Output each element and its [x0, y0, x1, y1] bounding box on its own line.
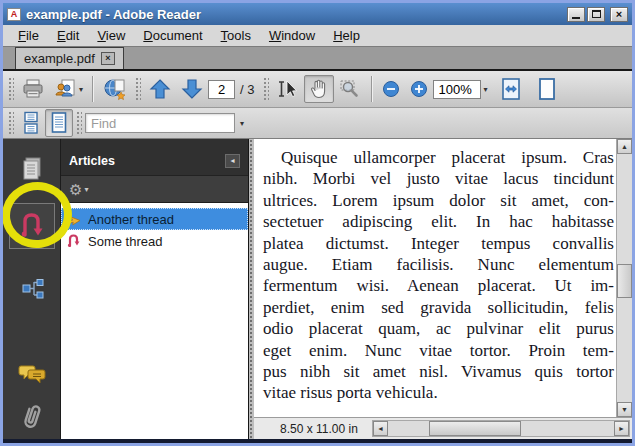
page-view-icon [536, 77, 558, 101]
options-caret-icon[interactable]: ▾ [84, 185, 88, 194]
next-page-button[interactable] [176, 75, 208, 103]
close-button[interactable]: × [610, 7, 628, 22]
menu-bar: File Edit View Document Tools Window Hel… [3, 25, 632, 47]
toolbar-grip[interactable] [8, 111, 14, 135]
fit-width-button[interactable] [496, 75, 526, 103]
scroll-down-icon[interactable]: ▼ [617, 402, 632, 417]
page-size-label: 8.50 x 11.00 in [280, 422, 358, 436]
previous-page-button[interactable] [144, 75, 176, 103]
vertical-scrollbar-thumb[interactable] [617, 264, 632, 298]
scroll-right-icon[interactable]: ► [614, 421, 629, 436]
zoom-out-button[interactable] [377, 75, 405, 103]
tab-label: example.pdf [24, 51, 95, 66]
page-number-input[interactable] [208, 80, 235, 99]
page-down-icon [180, 77, 204, 101]
panel-collapse-button[interactable]: ◂ [225, 154, 240, 168]
single-page-view-button[interactable] [532, 75, 562, 103]
print-button[interactable] [17, 75, 49, 103]
status-bar: 8.50 x 11.00 in ◄ ► [254, 417, 632, 439]
horizontal-scrollbar-thumb[interactable] [429, 421, 521, 436]
window-bottom-edge [3, 439, 632, 443]
document-text-line: augue. Etiam facilisis. Nunc elementum [263, 254, 614, 275]
panel-options-bar: ⚙ ▾ [61, 175, 248, 203]
tab-bar: example.pdf × [3, 47, 632, 71]
document-text-line: Quisque ullamcorper placerat ipsum. Cras [263, 147, 614, 168]
hand-tool-icon [308, 78, 330, 100]
paperclip-icon [17, 401, 47, 433]
minimize-icon [572, 17, 580, 19]
article-item-some-thread[interactable]: Some thread [61, 230, 248, 252]
marquee-zoom-button[interactable] [334, 75, 366, 103]
articles-list: Another thread Some thread [61, 203, 248, 439]
gear-icon[interactable]: ⚙ [69, 182, 82, 197]
page-display-toolbar: ▾ [3, 108, 632, 139]
scroll-left-icon[interactable]: ◄ [373, 421, 388, 436]
menu-file[interactable]: File [9, 26, 48, 45]
find-input[interactable] [85, 113, 235, 133]
hand-tool-button[interactable] [304, 75, 334, 103]
title-bar[interactable]: A example.pdf - Adobe Reader × [3, 3, 632, 25]
articles-icon [17, 210, 47, 242]
pages-icon [19, 155, 45, 183]
article-thread-icon [66, 233, 82, 249]
menu-document[interactable]: Document [134, 26, 211, 45]
article-item-another-thread[interactable]: Another thread [61, 208, 248, 230]
zoom-caret-icon[interactable]: ▾ [483, 85, 487, 94]
toolbar-grip[interactable] [135, 77, 141, 101]
window-title: example.pdf - Adobe Reader [26, 7, 567, 22]
toolbar-grip[interactable] [263, 77, 269, 101]
pdf-icon: A [7, 8, 21, 21]
document-text-line: nibh. Morbi vel justo vitae lacus tincid… [263, 168, 614, 189]
main-toolbar: ▾ / 3 [3, 71, 632, 108]
attachments-panel-button[interactable] [17, 401, 47, 436]
collaborate-caret-icon: ▾ [79, 85, 83, 94]
pages-panel-button[interactable] [19, 155, 45, 186]
menu-tools[interactable]: Tools [212, 26, 260, 45]
printer-icon [21, 78, 45, 100]
horizontal-scrollbar[interactable]: ◄ ► [372, 420, 630, 437]
find-caret-icon[interactable]: ▾ [240, 119, 244, 128]
page-count-label: / 3 [240, 82, 254, 97]
maximize-button[interactable] [587, 7, 605, 22]
tab-close-icon[interactable]: × [101, 52, 115, 65]
scroll-up-icon[interactable]: ▲ [617, 139, 632, 154]
articles-panel: Articles ◂ ⚙ ▾ Another thread [61, 139, 249, 439]
menu-view[interactable]: View [88, 26, 134, 45]
document-text-line: pus nibh sit amet nisl. Vivamus quis tor… [263, 361, 614, 382]
document-text-line: platea dictumst. Integer tempus convalli… [263, 233, 614, 254]
single-page-mode-button[interactable] [45, 109, 73, 137]
web-capture-icon [102, 77, 128, 101]
vertical-scrollbar[interactable]: ▲ ▼ [616, 139, 632, 417]
document-view: Quisque ullamcorper placerat ipsum. Cras… [254, 139, 632, 417]
menu-window[interactable]: Window [260, 26, 324, 45]
zoom-level-input[interactable] [433, 80, 481, 99]
menu-edit[interactable]: Edit [48, 26, 88, 45]
scrolling-mode-icon [21, 111, 41, 135]
articles-panel-button[interactable] [9, 203, 55, 249]
collaborate-icon [53, 78, 77, 100]
tab-example-pdf[interactable]: example.pdf × [15, 47, 124, 69]
document-text-line: perdiet, enim sed gravida sollicitudin, … [263, 297, 614, 318]
select-tool-button[interactable] [272, 75, 304, 103]
toolbar-separator [92, 76, 93, 102]
active-thread-arrow-icon [66, 211, 82, 227]
toolbar-grip[interactable] [76, 111, 82, 135]
minimize-button[interactable] [567, 7, 585, 22]
menu-help[interactable]: Help [324, 26, 369, 45]
document-text-line: ultrices. Lorem ipsum dolor sit amet, co… [263, 190, 614, 211]
fit-width-icon [500, 77, 522, 101]
adobe-reader-window: A example.pdf - Adobe Reader × File Edit… [0, 0, 635, 446]
zoom-in-button[interactable] [405, 75, 433, 103]
web-capture-button[interactable] [98, 75, 132, 103]
marquee-zoom-icon [338, 78, 362, 100]
collaborate-button[interactable]: ▾ [49, 75, 87, 103]
select-tool-icon [276, 78, 300, 100]
document-column: Quisque ullamcorper placerat ipsum. Cras… [254, 139, 632, 439]
article-item-label: Another thread [88, 212, 174, 227]
toolbar-grip[interactable] [8, 77, 14, 101]
comments-icon [17, 361, 47, 387]
comments-panel-button[interactable] [17, 361, 47, 390]
layers-tree-icon [19, 277, 45, 301]
scrolling-mode-button[interactable] [17, 109, 45, 137]
layers-panel-button[interactable] [19, 277, 45, 304]
